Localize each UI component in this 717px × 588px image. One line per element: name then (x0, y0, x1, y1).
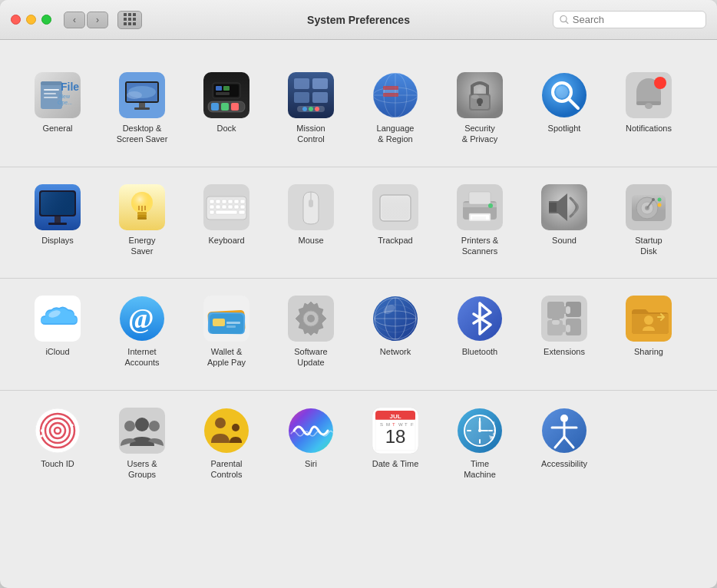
pref-mission-control[interactable]: MissionControl (269, 63, 353, 151)
svg-text:S: S (380, 422, 383, 427)
sound-label: Sound (552, 235, 577, 246)
svg-rect-86 (228, 205, 233, 209)
svg-rect-91 (239, 210, 245, 214)
pref-notifications[interactable]: Notifications (606, 63, 691, 151)
printers-scanners-label: Printers &Scanners (461, 235, 498, 257)
search-box[interactable] (553, 11, 706, 28)
users-groups-label: Users &Groups (127, 458, 157, 481)
svg-rect-150 (561, 325, 566, 332)
svg-text:Ope...: Ope... (58, 100, 72, 106)
pref-keyboard[interactable]: Keyboard (184, 175, 269, 263)
svg-text:W: W (398, 422, 403, 427)
pref-extensions[interactable]: Extensions (522, 286, 606, 375)
svg-text:F: F (411, 422, 414, 427)
pref-general[interactable]: File New Ope... General (15, 63, 100, 151)
pref-spotlight[interactable]: Spotlight (522, 63, 606, 151)
pref-desktop-screensaver[interactable]: Desktop &Screen Saver (100, 63, 184, 151)
wallet-applepay-icon (203, 296, 249, 342)
pref-dock[interactable]: Dock (184, 63, 269, 151)
forward-icon: › (96, 15, 99, 25)
svg-rect-21 (221, 103, 229, 111)
svg-point-192 (478, 429, 481, 432)
icloud-icon (35, 296, 81, 342)
icloud-label: iCloud (45, 346, 69, 357)
startup-disk-label: StartupDisk (635, 235, 662, 257)
grid-view-button[interactable] (117, 11, 142, 29)
pref-internet-accounts[interactable]: @ InternetAccounts (100, 286, 184, 375)
pref-startup-disk[interactable]: StartupDisk (606, 175, 691, 263)
internet-icons-grid: iCloud (15, 286, 702, 375)
pref-printers-scanners[interactable]: Printers &Scanners (438, 175, 522, 263)
svg-rect-129 (226, 325, 236, 328)
startup-disk-icon (626, 184, 672, 230)
parental-controls-label: ParentalControls (211, 458, 243, 481)
search-icon (560, 15, 569, 25)
pref-users-groups[interactable]: Users &Groups (100, 398, 184, 487)
svg-rect-27 (216, 92, 230, 95)
trackpad-label: Trackpad (378, 235, 412, 246)
displays-label: Displays (41, 235, 74, 246)
pref-siri[interactable]: Siri (269, 398, 353, 487)
pref-time-machine[interactable]: TimeMachine (438, 398, 522, 487)
svg-rect-5 (44, 89, 59, 91)
titlebar: ‹ › System Preferences (0, 0, 717, 40)
language-region-icon (372, 72, 418, 118)
section-system: Touch ID (0, 391, 717, 502)
maximize-button[interactable] (41, 15, 51, 25)
hardware-icons-grid: Displays (15, 175, 702, 263)
pref-software-update[interactable]: SoftwareUpdate (269, 286, 353, 375)
pref-accessibility[interactable]: Accessibility (522, 398, 606, 487)
svg-text:@: @ (128, 303, 154, 334)
pref-energy-saver[interactable]: EnergySaver (100, 175, 184, 263)
pref-date-time[interactable]: JUL 18 S M T W T F (353, 398, 438, 487)
pref-bluetooth[interactable]: Bluetooth (438, 286, 522, 375)
forward-button[interactable]: › (87, 12, 108, 28)
close-button[interactable] (11, 15, 21, 25)
dock-icon (203, 72, 249, 118)
pref-language-region[interactable]: Language& Region (353, 63, 438, 151)
back-button[interactable]: ‹ (64, 12, 85, 28)
svg-rect-80 (228, 200, 233, 203)
svg-rect-82 (240, 200, 245, 203)
section-internet: iCloud (0, 279, 717, 391)
svg-point-165 (135, 418, 149, 431)
svg-point-118 (658, 203, 662, 206)
svg-point-35 (309, 107, 313, 111)
svg-point-15 (127, 91, 142, 99)
pref-touch-id[interactable]: Touch ID (15, 398, 100, 487)
svg-rect-44 (383, 86, 398, 90)
pref-network[interactable]: Network (353, 286, 438, 375)
svg-text:M: M (386, 422, 390, 427)
pref-security-privacy[interactable]: Security& Privacy (438, 63, 522, 151)
svg-rect-45 (383, 93, 398, 97)
pref-icloud[interactable]: iCloud (15, 286, 100, 375)
parental-controls-icon (203, 408, 249, 454)
pref-parental-controls[interactable]: ParentalControls (184, 398, 269, 487)
pref-wallet-applepay[interactable]: Wallet &Apple Pay (184, 286, 269, 375)
pref-sound[interactable]: Sound (522, 175, 606, 263)
section-hardware: Displays (0, 167, 717, 279)
svg-text:New: New (59, 94, 71, 99)
pref-trackpad[interactable]: Trackpad (353, 175, 438, 263)
svg-point-104 (488, 203, 493, 208)
svg-rect-84 (216, 205, 220, 209)
bluetooth-label: Bluetooth (462, 346, 497, 357)
svg-rect-87 (234, 205, 239, 209)
svg-rect-70 (137, 215, 147, 217)
time-machine-icon (457, 408, 503, 454)
svg-point-170 (232, 424, 240, 431)
pref-sharing[interactable]: Sharing (606, 286, 691, 375)
sharing-label: Sharing (634, 346, 663, 357)
time-machine-label: TimeMachine (464, 458, 496, 481)
minimize-button[interactable] (26, 15, 36, 25)
search-input[interactable] (573, 14, 699, 25)
svg-rect-4 (41, 81, 62, 85)
svg-rect-63 (41, 192, 74, 215)
wallet-applepay-label: Wallet &Apple Pay (207, 346, 246, 368)
pref-displays[interactable]: Displays (15, 175, 100, 263)
svg-rect-127 (213, 319, 225, 326)
users-groups-icon (119, 408, 165, 454)
svg-text:T: T (405, 422, 408, 427)
pref-mouse[interactable]: Mouse (269, 175, 353, 263)
siri-icon (288, 408, 334, 454)
